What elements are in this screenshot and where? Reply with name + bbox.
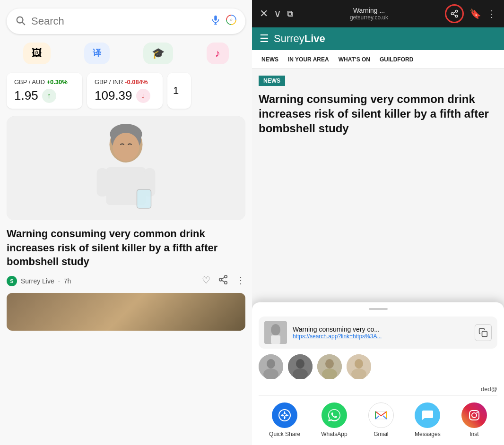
surreylive-header: ☰ SurreyLive xyxy=(252,27,504,50)
svg-point-29 xyxy=(271,324,280,335)
quickshare-icon xyxy=(272,402,297,428)
svg-rect-2 xyxy=(214,16,217,21)
share-contacts xyxy=(259,354,497,379)
nav-item-in-your-area[interactable]: IN YOUR AREA xyxy=(283,50,334,68)
messages-icon xyxy=(415,402,440,428)
copy-link-button[interactable] xyxy=(475,324,492,341)
whatsapp-label: WhatsApp xyxy=(321,431,347,437)
share-app-quickshare[interactable]: Quick Share xyxy=(269,402,300,437)
share-icon[interactable] xyxy=(218,274,228,287)
currency-card-inr[interactable]: GBP / INR -0.084% 109.39 ↓ xyxy=(87,73,163,109)
svg-line-26 xyxy=(453,14,455,16)
svg-point-25 xyxy=(455,15,458,17)
source-icon: S xyxy=(7,276,17,286)
svg-line-27 xyxy=(453,12,455,13)
search-icon xyxy=(15,15,26,28)
share-link-url: https://search.app?link=https%3A... xyxy=(293,333,469,340)
more-icon[interactable]: ⋮ xyxy=(236,274,245,287)
article-source: S Surrey Live · 7h xyxy=(7,276,71,286)
contact-avatar-3[interactable] xyxy=(317,354,342,379)
nav-item-news[interactable]: NEWS xyxy=(257,50,283,68)
article-title-left: Warning consuming very common drink incr… xyxy=(7,227,245,269)
svg-point-18 xyxy=(225,275,227,278)
browser-tabs-icon[interactable]: ⧉ xyxy=(287,9,293,19)
svg-point-48 xyxy=(476,412,478,413)
browser-close-icon[interactable]: ✕ xyxy=(260,8,268,20)
share-app-whatsapp[interactable]: WhatsApp xyxy=(321,402,347,437)
right-panel: ✕ ∨ ⧉ Warning ... getsurrey.co.uk 🔖 ⋮ ☰ … xyxy=(252,0,504,445)
quick-icon-translate[interactable]: 译 xyxy=(84,43,110,64)
browser-topbar: ✕ ∨ ⧉ Warning ... getsurrey.co.uk 🔖 ⋮ xyxy=(252,0,504,27)
browser-title: Warning ... xyxy=(299,7,439,14)
mic-icon[interactable] xyxy=(210,15,221,28)
nav-item-guildford[interactable]: GUILDFORD xyxy=(375,50,418,68)
svg-point-23 xyxy=(455,10,458,13)
share-email-partial: ded@ xyxy=(259,385,497,395)
share-button[interactable] xyxy=(445,4,464,23)
quick-icon-education[interactable]: 🎓 xyxy=(143,43,173,64)
share-thumb xyxy=(264,321,287,344)
svg-point-20 xyxy=(225,282,227,284)
share-apps: Quick Share WhatsApp xyxy=(259,395,497,445)
svg-point-36 xyxy=(296,359,304,368)
svg-line-22 xyxy=(222,277,225,279)
surreylive-logo: SurreyLive xyxy=(274,33,325,45)
left-panel: Search 🖼 xyxy=(0,0,252,445)
search-placeholder: Search xyxy=(31,15,205,27)
bottom-image xyxy=(7,293,245,331)
messages-label: Messages xyxy=(415,431,441,437)
svg-point-19 xyxy=(219,278,222,281)
right-article-title: Warning consuming very common drink incr… xyxy=(259,92,497,136)
inst-icon xyxy=(461,402,487,428)
share-link-row: Warning consuming very co... https://sea… xyxy=(259,317,497,349)
nav-item-whats-on[interactable]: WHAT'S ON xyxy=(334,50,375,68)
svg-point-33 xyxy=(267,359,275,368)
like-icon[interactable]: ♡ xyxy=(202,274,210,287)
svg-point-13 xyxy=(113,133,139,161)
svg-point-42 xyxy=(355,359,363,368)
lens-icon[interactable] xyxy=(226,14,237,28)
news-badge: NEWS xyxy=(259,76,285,86)
currency-card-aud[interactable]: GBP / AUD +0.30% 1.95 ↑ xyxy=(7,73,82,109)
inst-label: Inst xyxy=(469,431,478,437)
quickshare-label: Quick Share xyxy=(269,431,300,437)
svg-rect-15 xyxy=(97,168,108,197)
share-link-info: Warning consuming very co... https://sea… xyxy=(293,325,469,340)
whatsapp-icon xyxy=(322,402,347,428)
svg-point-24 xyxy=(451,13,453,15)
arrow-down-icon: ↓ xyxy=(136,89,150,103)
svg-point-39 xyxy=(325,359,334,368)
contact-avatar-1[interactable] xyxy=(259,354,283,379)
browser-bookmark-icon[interactable]: 🔖 xyxy=(469,8,481,19)
share-app-messages[interactable]: Messages xyxy=(415,402,441,437)
svg-line-1 xyxy=(22,22,25,25)
browser-domain: getsurrey.co.uk xyxy=(299,14,439,21)
currency-row: GBP / AUD +0.30% 1.95 ↑ GBP / INR -0.084… xyxy=(7,73,245,109)
contact-avatar-2[interactable] xyxy=(288,354,313,379)
svg-rect-30 xyxy=(271,335,280,344)
svg-point-47 xyxy=(472,413,477,418)
share-app-gmail[interactable]: Gmail xyxy=(368,402,394,437)
quick-icon-music[interactable]: ♪ xyxy=(207,43,229,64)
svg-line-21 xyxy=(222,280,225,282)
share-sheet-handle xyxy=(369,308,388,310)
arrow-up-icon: ↑ xyxy=(42,89,56,103)
browser-more-icon[interactable]: ⋮ xyxy=(487,8,496,19)
gmail-label: Gmail xyxy=(374,431,388,437)
article-image xyxy=(7,116,245,220)
browser-url-area: Warning ... getsurrey.co.uk xyxy=(299,7,439,21)
svg-rect-31 xyxy=(482,332,487,337)
search-bar[interactable]: Search xyxy=(7,9,245,34)
quick-icon-image[interactable]: 🖼 xyxy=(23,43,51,64)
quick-icons-row: 🖼 译 🎓 ♪ xyxy=(7,43,245,64)
hamburger-icon[interactable]: ☰ xyxy=(260,33,269,45)
browser-expand-icon[interactable]: ∨ xyxy=(274,8,281,20)
svg-rect-17 xyxy=(137,189,151,208)
article-actions: ♡ ⋮ xyxy=(202,274,245,287)
article-meta: S Surrey Live · 7h ♡ ⋮ xyxy=(7,274,245,287)
share-app-inst[interactable]: Inst xyxy=(461,402,487,437)
gmail-icon xyxy=(368,402,394,428)
share-link-title: Warning consuming very co... xyxy=(293,325,469,333)
share-sheet: Warning consuming very co... https://sea… xyxy=(252,302,504,445)
contact-avatar-4[interactable] xyxy=(347,354,371,379)
